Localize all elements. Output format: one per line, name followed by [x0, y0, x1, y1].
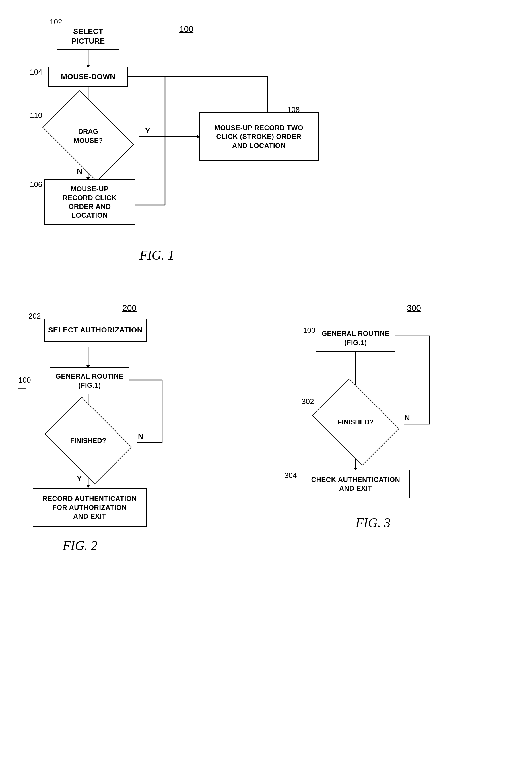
fig3-finished-diamond: FINISHED? — [320, 396, 391, 448]
svg-marker-27 — [86, 485, 90, 488]
fig1-title: FIG. 1 — [140, 248, 175, 263]
check-auth-box: CHECK AUTHENTICATIONAND EXIT — [302, 470, 410, 498]
svg-text:Y: Y — [145, 127, 150, 135]
svg-text:N: N — [138, 432, 144, 441]
ref-104: 104 — [30, 68, 42, 76]
select-picture-box: SELECT PICTURE — [57, 23, 119, 50]
page: Y N SELECT PICTURE 102 100 MOUSE-DOWN 10… — [0, 0, 532, 776]
ref-110: 110 — [30, 111, 42, 120]
svg-text:N: N — [405, 414, 410, 422]
fig2-finished-diamond: FINISHED? — [53, 414, 124, 467]
ref-102: 102 — [50, 18, 62, 26]
fig2-ref-100: 100 — [18, 376, 31, 385]
ref-202: 202 — [28, 312, 41, 321]
fig3-diagram-label: 300 — [407, 303, 421, 313]
select-auth-box: SELECT AUTHORIZATION — [44, 319, 147, 342]
mouse-up-stroke-box: MOUSE-UP RECORD TWOCLICK (STROKE) ORDERA… — [199, 113, 319, 161]
fig1-diagram-label: 100 — [179, 24, 194, 34]
fig2-diagram-label: 200 — [122, 303, 137, 313]
fig2-general-routine-box: GENERAL ROUTINE(FIG.1) — [50, 367, 129, 394]
mouse-up-click-box: MOUSE-UPRECORD CLICKORDER ANDLOCATION — [44, 179, 135, 225]
svg-text:N: N — [77, 167, 82, 175]
ref-302: 302 — [302, 397, 314, 406]
ref-108: 108 — [287, 105, 300, 114]
fig3-title: FIG. 3 — [356, 515, 390, 530]
fig3-ref-100: 100 — [303, 326, 315, 335]
drag-mouse-text: DRAGMOUSE? — [74, 127, 103, 145]
fig2-title: FIG. 2 — [63, 538, 97, 553]
fig2-finished-text: FINISHED? — [70, 436, 106, 445]
fig3-general-routine-box: GENERAL ROUTINE(FIG.1) — [316, 325, 395, 352]
record-auth-box: RECORD AUTHENTICATIONFOR AUTHORIZATIONAN… — [33, 488, 147, 527]
ref-304: 304 — [284, 471, 297, 480]
fig3-finished-text: FINISHED? — [338, 418, 374, 426]
fig3-arrows: N Y — [267, 299, 515, 698]
mouse-down-box: MOUSE-DOWN — [48, 67, 128, 87]
ref-106: 106 — [30, 180, 42, 189]
svg-text:Y: Y — [77, 474, 82, 483]
drag-mouse-diamond: DRAGMOUSE? — [50, 110, 126, 162]
